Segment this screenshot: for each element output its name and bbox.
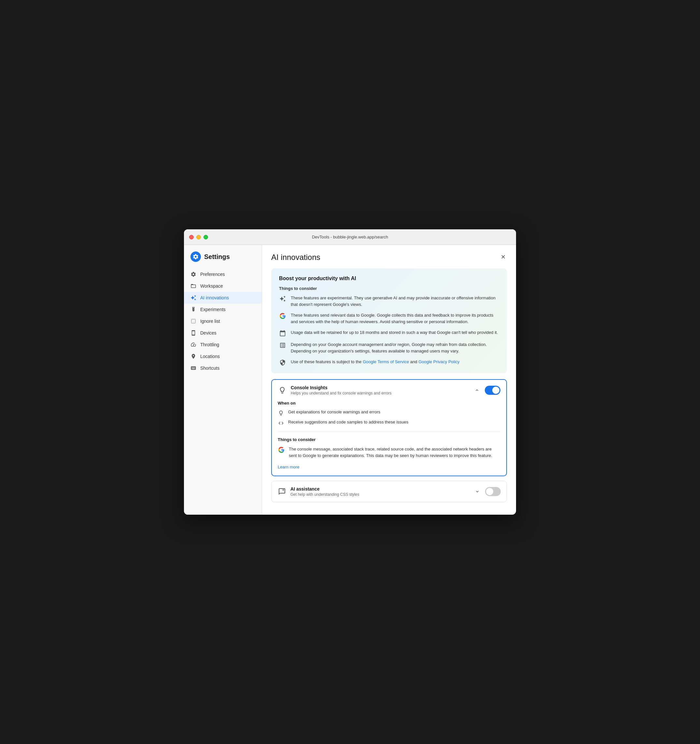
things-consider-text: The console message, associated stack tr… <box>289 446 501 459</box>
info-card-subtitle: Things to consider <box>279 286 499 291</box>
feature-description: Helps you understand and fix console war… <box>291 391 469 396</box>
when-on-item-text: Get explanations for console warnings an… <box>288 409 380 414</box>
learn-more-link[interactable]: Learn more <box>278 464 299 469</box>
lightbulb-icon <box>278 410 284 416</box>
phone-icon <box>190 330 196 336</box>
sidebar-item-experiments[interactable]: Experiments <box>184 304 262 315</box>
sidebar-item-label: AI innovations <box>200 295 229 301</box>
things-consider-list: The console message, associated stack tr… <box>278 446 501 459</box>
things-consider-title: Things to consider <box>278 437 501 442</box>
feature-controls <box>473 487 501 496</box>
window-title: DevTools - bubble-jingle.web.app/search <box>312 235 388 240</box>
console-insights-card: Console Insights Helps you understand an… <box>271 379 507 476</box>
main-content: Settings Preferences Workspace <box>184 245 516 515</box>
lightbulb-sparkle-icon <box>278 386 287 395</box>
sidebar-item-label: Ignore list <box>200 318 220 324</box>
list-alt-icon <box>279 342 286 349</box>
info-card-title: Boost your productivity with AI <box>279 275 499 281</box>
info-item-text: Usage data will be retained for up to 18… <box>291 329 498 336</box>
beaker-icon <box>190 307 196 312</box>
maximize-traffic-light[interactable] <box>204 235 208 240</box>
info-card: Boost your productivity with AI Things t… <box>271 268 507 373</box>
google-g-icon <box>279 312 286 320</box>
when-on-title: When on <box>278 401 501 406</box>
gear-logo-svg <box>192 253 199 260</box>
feature-header-text: Console Insights Helps you understand an… <box>291 385 469 396</box>
sparkle-alt-icon <box>279 295 286 302</box>
list-item: Usage data will be retained for up to 18… <box>279 329 499 337</box>
collapse-button[interactable] <box>473 386 481 394</box>
when-on-list: Get explanations for console warnings an… <box>278 409 501 426</box>
page-header: AI innovations ✕ <box>271 253 507 262</box>
info-list: These features are experimental. They us… <box>279 295 499 366</box>
settings-logo-icon <box>190 251 201 262</box>
sidebar-item-devices[interactable]: Devices <box>184 327 262 339</box>
sidebar-item-workspace[interactable]: Workspace <box>184 280 262 292</box>
ignore-icon <box>190 318 196 324</box>
code-icon <box>278 420 284 426</box>
sidebar-item-ignore-list[interactable]: Ignore list <box>184 315 262 327</box>
sidebar: Settings Preferences Workspace <box>184 245 262 515</box>
terms-link[interactable]: Google Terms of Service <box>363 359 409 364</box>
divider <box>278 432 501 432</box>
sidebar-item-shortcuts[interactable]: Shortcuts <box>184 362 262 374</box>
list-item: Use of these features is subject to the … <box>279 359 499 366</box>
sidebar-item-ai-innovations[interactable]: AI innovations <box>184 292 262 304</box>
feature-header: Console Insights Helps you understand an… <box>272 380 506 401</box>
sidebar-item-preferences[interactable]: Preferences <box>184 268 262 280</box>
sidebar-title: Settings <box>204 253 230 260</box>
sidebar-item-label: Preferences <box>200 272 224 277</box>
sparkle-icon <box>190 295 196 301</box>
info-item-text: Depending on your Google account managem… <box>291 341 499 354</box>
feature-name: Console Insights <box>291 385 469 390</box>
sidebar-item-label: Shortcuts <box>200 366 220 371</box>
feature-name: AI assistance <box>290 487 470 491</box>
sidebar-item-locations[interactable]: Locations <box>184 351 262 362</box>
page-title: AI innovations <box>271 253 320 262</box>
list-item: Receive suggestions and code samples to … <box>278 420 501 426</box>
console-insights-toggle[interactable] <box>485 386 501 395</box>
list-item: The console message, associated stack tr… <box>278 446 501 459</box>
feature-header: AI assistance Get help with understandin… <box>272 481 507 502</box>
list-item: These features are experimental. They us… <box>279 295 499 308</box>
calendar-icon <box>279 330 286 337</box>
chat-sparkle-icon <box>277 487 287 496</box>
gear-icon <box>190 271 196 277</box>
feature-header-text: AI assistance Get help with understandin… <box>290 487 470 497</box>
sidebar-item-label: Locations <box>200 354 220 359</box>
devtools-window: DevTools - bubble-jingle.web.app/search … <box>184 229 516 515</box>
ai-assistance-card: AI assistance Get help with understandin… <box>271 481 507 502</box>
expand-button[interactable] <box>473 488 481 496</box>
info-item-text: These features send relevant data to Goo… <box>291 312 499 325</box>
feature-controls <box>473 386 501 395</box>
google-g-icon <box>278 446 285 454</box>
keyboard-icon <box>190 365 196 371</box>
list-item: Get explanations for console warnings an… <box>278 409 501 416</box>
folder-icon <box>190 283 196 289</box>
list-item: Depending on your Google account managem… <box>279 341 499 354</box>
traffic-lights <box>189 235 208 240</box>
feature-description: Get help with understanding CSS styles <box>290 492 470 497</box>
sidebar-item-label: Experiments <box>200 307 226 312</box>
shield-icon <box>279 359 286 366</box>
sidebar-item-label: Workspace <box>200 283 223 289</box>
location-icon <box>190 353 196 359</box>
privacy-link[interactable]: Google Privacy Policy <box>418 359 459 364</box>
ai-assistance-toggle[interactable] <box>485 487 501 496</box>
minimize-traffic-light[interactable] <box>196 235 201 240</box>
sidebar-item-throttling[interactable]: Throttling <box>184 339 262 351</box>
feature-expanded-content: When on Get explanations for console war… <box>272 401 506 476</box>
when-on-item-text: Receive suggestions and code samples to … <box>288 420 408 424</box>
titlebar: DevTools - bubble-jingle.web.app/search <box>184 229 516 245</box>
sidebar-item-label: Throttling <box>200 342 219 347</box>
sidebar-item-label: Devices <box>200 330 217 336</box>
list-item: These features send relevant data to Goo… <box>279 312 499 325</box>
main-panel: AI innovations ✕ Boost your productivity… <box>262 245 516 515</box>
speedometer-icon <box>190 342 196 348</box>
info-item-text-with-links: Use of these features is subject to the … <box>291 359 460 365</box>
close-button[interactable]: ✕ <box>499 253 507 261</box>
close-traffic-light[interactable] <box>189 235 194 240</box>
info-item-text: These features are experimental. They us… <box>291 295 499 308</box>
sidebar-header: Settings <box>184 251 262 268</box>
